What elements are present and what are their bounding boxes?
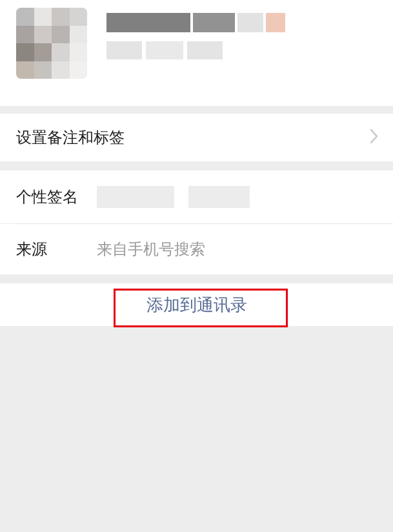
profile-header bbox=[0, 0, 393, 106]
remark-tags-label: 设置备注和标签 bbox=[16, 127, 125, 148]
signature-label: 个性签名 bbox=[16, 187, 97, 207]
add-to-contacts-label: 添加到通讯录 bbox=[146, 294, 247, 316]
row-remark-tags[interactable]: 设置备注和标签 bbox=[0, 114, 393, 161]
signature-value-redacted bbox=[97, 186, 250, 208]
empty-area bbox=[0, 326, 393, 532]
add-to-contacts-button[interactable]: 添加到通讯录 bbox=[0, 283, 393, 326]
chevron-right-icon bbox=[370, 128, 379, 147]
divider bbox=[0, 274, 393, 283]
row-signature[interactable]: 个性签名 bbox=[0, 170, 393, 223]
profile-nickname bbox=[106, 13, 377, 32]
divider bbox=[0, 161, 393, 170]
source-value: 来自手机号搜索 bbox=[97, 239, 205, 260]
row-source: 来源 来自手机号搜索 bbox=[0, 224, 393, 274]
profile-info bbox=[106, 8, 377, 59]
profile-subline bbox=[106, 41, 377, 59]
divider bbox=[0, 106, 393, 114]
avatar[interactable] bbox=[16, 8, 87, 79]
source-label: 来源 bbox=[16, 239, 97, 260]
